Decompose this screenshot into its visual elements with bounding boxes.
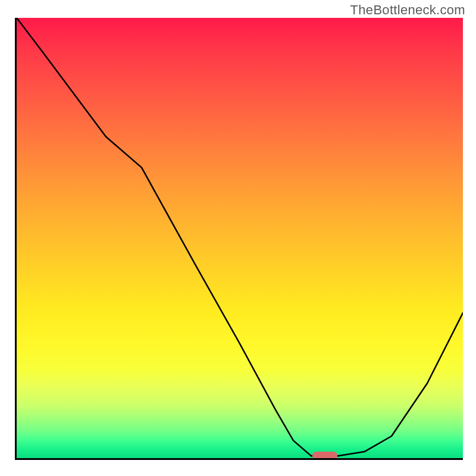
watermark-text: TheBottleneck.com bbox=[350, 2, 465, 18]
plot-area bbox=[15, 18, 463, 460]
optimal-point-marker bbox=[312, 452, 337, 460]
bottleneck-curve bbox=[17, 18, 463, 458]
